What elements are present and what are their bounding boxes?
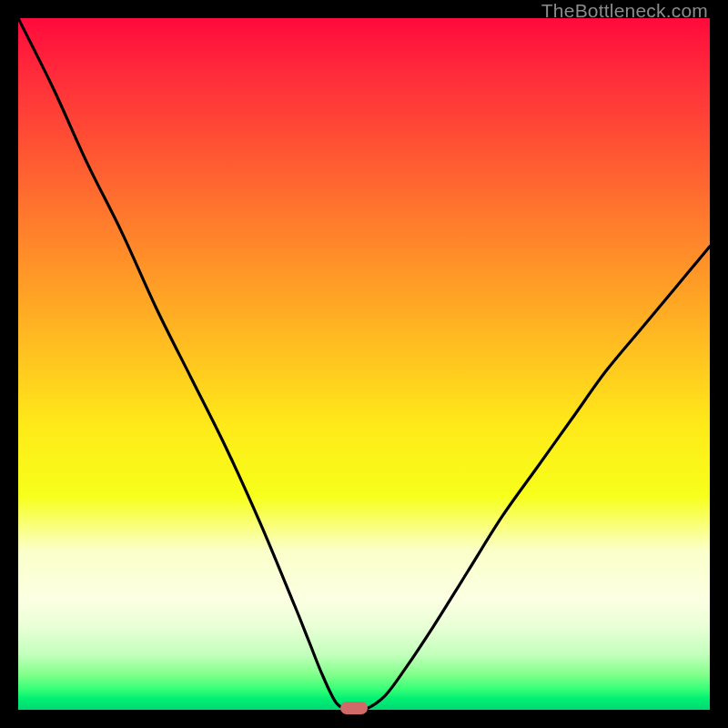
plot-area (18, 18, 710, 710)
optimum-marker (340, 702, 368, 714)
bottleneck-curve (18, 18, 710, 710)
chart-frame: TheBottleneck.com (0, 0, 728, 728)
